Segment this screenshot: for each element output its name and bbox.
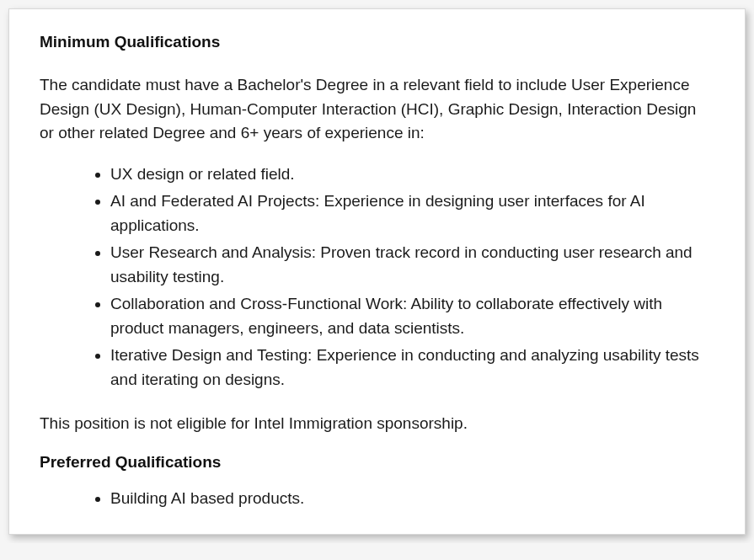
qualifications-card: Minimum Qualifications The candidate mus… <box>8 8 746 535</box>
list-item: Collaboration and Cross-Functional Work:… <box>110 292 714 340</box>
list-item: AI and Federated AI Projects: Experience… <box>110 189 714 237</box>
list-item: UX design or related field. <box>110 163 714 187</box>
minimum-qualifications-intro: The candidate must have a Bachelor's Deg… <box>40 73 714 146</box>
list-item: Building AI based products. <box>110 487 714 511</box>
preferred-qualifications-list: Building AI based products. <box>40 487 714 511</box>
preferred-qualifications-heading: Preferred Qualifications <box>40 453 714 472</box>
sponsorship-note: This position is not eligible for Intel … <box>40 412 714 436</box>
minimum-qualifications-heading: Minimum Qualifications <box>40 33 714 51</box>
minimum-qualifications-list: UX design or related field. AI and Feder… <box>40 163 714 392</box>
list-item: Iterative Design and Testing: Experience… <box>110 344 714 392</box>
list-item: User Research and Analysis: Proven track… <box>110 241 714 289</box>
